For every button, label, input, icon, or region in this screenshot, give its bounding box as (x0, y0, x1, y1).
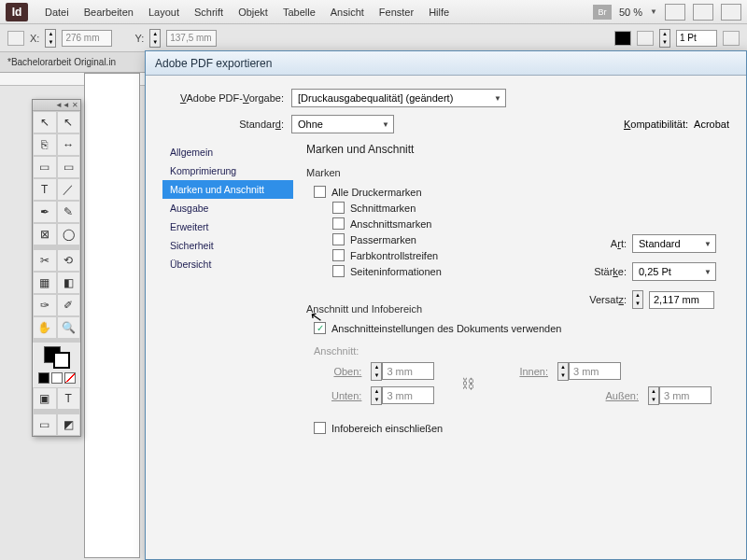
normal-view-icon[interactable]: ▭ (33, 413, 57, 436)
app-menubar: Id Datei Bearbeiten Layout Schrift Objek… (0, 0, 747, 24)
control-panel: X: ▲▼ Y: ▲▼ ▲▼ (0, 24, 747, 52)
x-input[interactable] (62, 30, 112, 47)
preset-select[interactable]: [Druckausgabequalität] (geändert) (291, 89, 506, 107)
mark-weight-select[interactable]: 0,25 Pt (632, 262, 716, 281)
arrange-icon[interactable] (721, 4, 741, 21)
page-canvas[interactable] (84, 73, 140, 558)
bleed-top-input: 3 mm (382, 362, 434, 380)
standard-select[interactable]: Ohne (291, 115, 394, 133)
pencil-tool-icon[interactable]: ✎ (57, 201, 81, 223)
zoom-level[interactable]: 50 % (619, 7, 642, 18)
apply-none-icon[interactable] (64, 372, 76, 384)
registration-marks-checkbox[interactable] (332, 233, 345, 245)
gap-tool-icon[interactable]: ↔ (57, 133, 81, 156)
reference-point-icon[interactable] (7, 31, 24, 46)
app-logo-icon: Id (6, 3, 28, 21)
offset-spinner[interactable]: ▲▼ (632, 290, 643, 309)
link-bleed-icon: ⛓ (461, 376, 492, 391)
menu-edit[interactable]: Bearbeiten (77, 7, 141, 18)
section-security[interactable]: Sicherheit (162, 236, 293, 255)
menu-type[interactable]: Schrift (187, 7, 231, 18)
x-label: X: (30, 33, 39, 44)
line-tool-icon[interactable]: ／ (57, 178, 81, 201)
panel-title: Marken und Anschnitt (306, 143, 729, 156)
fill-proxy-icon[interactable] (614, 31, 631, 46)
page-info-checkbox[interactable] (332, 265, 345, 277)
menu-layout[interactable]: Layout (141, 7, 187, 18)
apply-gradient-icon[interactable] (51, 372, 63, 384)
menu-view[interactable]: Ansicht (323, 7, 372, 18)
mark-offset-input[interactable]: 2,117 mm (649, 291, 714, 309)
preview-view-icon[interactable]: ◩ (57, 413, 81, 436)
stroke-proxy-icon[interactable] (637, 31, 654, 46)
palette-header[interactable]: ◄◄ ✕ (33, 100, 80, 111)
compat-value[interactable]: Acrobat (694, 119, 729, 130)
mark-offset-label: Versatz: (580, 294, 627, 305)
stroke-style-icon[interactable] (723, 31, 740, 46)
gradient-swatch-tool-icon[interactable]: ▦ (33, 272, 57, 294)
type-tool-icon[interactable]: T (33, 178, 57, 201)
mark-type-select[interactable]: Standard (632, 234, 716, 253)
pen-tool-icon[interactable]: ✒ (33, 201, 57, 223)
bleed-outer-spinner: ▲▼ (648, 386, 659, 405)
formatting-text-icon[interactable]: T (57, 387, 81, 410)
dialog-title: Adobe PDF exportieren (146, 51, 746, 76)
chevron-down-icon[interactable]: ▼ (650, 7, 657, 16)
bleed-top-label: Oben: (314, 366, 361, 377)
menu-file[interactable]: Datei (37, 7, 77, 18)
bleed-inner-label: Innen: (501, 366, 548, 377)
mark-weight-label: Stärke: (580, 266, 627, 277)
transform-tool-icon[interactable]: ⟲ (57, 249, 81, 272)
content-collector-icon[interactable]: ▭ (33, 156, 57, 178)
screen-mode-icon[interactable] (693, 4, 713, 21)
section-output[interactable]: Ausgabe (162, 199, 293, 217)
crop-marks-checkbox[interactable] (332, 202, 345, 214)
fill-stroke-swatch[interactable] (33, 343, 80, 387)
stroke-weight-input[interactable] (676, 30, 717, 47)
menu-help[interactable]: Hilfe (421, 7, 457, 18)
section-general[interactable]: Allgemein (162, 143, 293, 161)
stroke-spinner[interactable]: ▲▼ (659, 29, 670, 48)
gradient-feather-tool-icon[interactable]: ◧ (57, 272, 81, 294)
marks-group-title: Marken (306, 167, 729, 178)
standard-label: Standard: (162, 119, 284, 130)
menu-table[interactable]: Tabelle (275, 7, 323, 18)
color-bars-label: Farbkontrollstreifen (350, 250, 438, 261)
slug-area-checkbox[interactable] (314, 422, 326, 434)
eyedropper-tool-icon[interactable]: ✐ (57, 294, 81, 316)
zoom-tool-icon[interactable]: 🔍 (57, 316, 81, 339)
direct-selection-tool-icon[interactable]: ↖ (57, 111, 81, 133)
hand-tool-icon[interactable]: ✋ (33, 316, 57, 339)
section-marks-bleed[interactable]: Marken und Anschnitt (162, 180, 293, 199)
section-summary[interactable]: Übersicht (162, 255, 293, 273)
bridge-icon[interactable]: Br (593, 5, 612, 20)
menu-window[interactable]: Fenster (372, 7, 421, 18)
y-spinner[interactable]: ▲▼ (149, 29, 161, 48)
ellipse-tool-icon[interactable]: ◯ (57, 223, 81, 245)
bleed-top-spinner: ▲▼ (371, 362, 382, 381)
y-input[interactable] (166, 30, 217, 47)
apply-color-icon[interactable] (38, 372, 49, 384)
note-tool-icon[interactable]: ✑ (33, 294, 57, 316)
bleed-marks-checkbox[interactable] (332, 217, 345, 230)
mark-type-label: Art: (580, 238, 627, 249)
compat-label: Kompatibilität: (624, 119, 688, 130)
all-marks-checkbox[interactable] (314, 186, 326, 198)
page-tool-icon[interactable]: ⎘ (33, 133, 57, 156)
section-advanced[interactable]: Erweitert (162, 217, 293, 236)
rectangle-frame-tool-icon[interactable]: ⊠ (33, 223, 57, 245)
use-doc-bleed-checkbox[interactable]: ✓ (314, 322, 326, 334)
color-bars-checkbox[interactable] (332, 249, 345, 261)
content-placer-icon[interactable]: ▭ (57, 156, 81, 178)
all-marks-label: Alle Druckermarken (331, 187, 422, 198)
section-compression[interactable]: Komprimierung (162, 161, 293, 180)
use-doc-bleed-label: Anschnitteinstellungen des Dokuments ver… (331, 323, 561, 334)
stroke-swatch-icon[interactable] (53, 352, 70, 369)
scissors-tool-icon[interactable]: ✂ (33, 249, 57, 272)
selection-tool-icon[interactable]: ↖ (33, 111, 57, 133)
formatting-container-icon[interactable]: ▣ (33, 387, 57, 410)
menu-object[interactable]: Objekt (231, 7, 275, 18)
view-options-icon[interactable] (665, 4, 685, 21)
bleed-bottom-label: Unten: (314, 390, 361, 401)
x-spinner[interactable]: ▲▼ (45, 29, 56, 48)
